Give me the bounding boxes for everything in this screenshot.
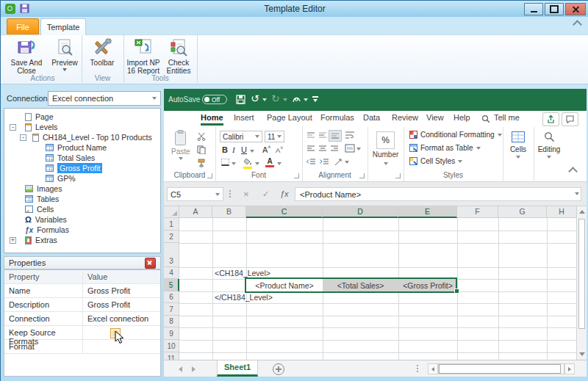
conditional-formatting-button[interactable]: Conditional Formatting (409, 131, 502, 139)
row-header-4[interactable]: 4 (164, 267, 179, 279)
tree-item-tables[interactable]: Tables (25, 194, 59, 204)
bold-button[interactable]: B (222, 145, 228, 154)
scroll-down-arrow[interactable] (577, 349, 587, 360)
tree-item-images[interactable]: Images (25, 184, 62, 194)
cell-d5-selected[interactable]: <Total Sales> (323, 279, 398, 291)
row-header-11[interactable]: 11 (164, 352, 179, 360)
vertical-scroll-thumb[interactable] (578, 219, 585, 329)
column-header-h[interactable]: H (547, 206, 576, 218)
column-header-g[interactable]: G (498, 206, 547, 218)
font-color-button[interactable]: A (265, 156, 274, 167)
tree-item-formulas[interactable]: ƒx Formulas (25, 225, 69, 235)
undo-icon[interactable]: ↺ (251, 92, 259, 104)
excel-collapse-ribbon-chevron[interactable] (568, 167, 578, 176)
fill-color-button[interactable] (243, 158, 253, 169)
insert-function-icon[interactable]: ƒx (280, 189, 289, 198)
autosave-toggle[interactable]: Off (202, 95, 227, 104)
font-dialog-launcher[interactable] (294, 173, 299, 178)
column-header-f[interactable]: F (457, 206, 498, 218)
hscroll-right-arrow[interactable] (564, 363, 575, 374)
cell-b6[interactable]: </CH184_Level> (212, 291, 248, 303)
ink-icon[interactable] (292, 95, 301, 106)
tab-template[interactable]: Template (40, 18, 86, 35)
save-and-close-button[interactable]: Save And Close (7, 37, 46, 75)
align-middle-icon[interactable] (318, 132, 327, 139)
select-all-corner[interactable] (164, 206, 179, 218)
undo-caret[interactable] (262, 98, 267, 101)
font-color-caret[interactable] (277, 162, 282, 165)
tree-expander-levels[interactable]: - (10, 124, 16, 131)
excel-tab-data[interactable]: Data (363, 113, 380, 122)
tree-expander-ch184[interactable]: - (20, 134, 26, 141)
italic-button[interactable]: I (232, 145, 235, 154)
wrap-text-icon[interactable] (345, 131, 355, 139)
excel-tab-insert[interactable]: Insert (234, 113, 254, 122)
borders-caret[interactable] (232, 162, 236, 165)
font-size-combo[interactable]: 11 (265, 131, 284, 142)
row-header-9[interactable]: 9 (164, 327, 179, 340)
number-format-caret[interactable] (384, 162, 388, 165)
formula-bar-grip[interactable] (229, 189, 231, 198)
share-button[interactable] (542, 112, 559, 126)
property-row-format[interactable]: Format (4, 340, 160, 354)
align-right-icon[interactable] (330, 145, 339, 152)
formula-input[interactable]: <Product Name> (295, 187, 581, 201)
close-button[interactable] (565, 3, 586, 15)
fill-caret[interactable] (255, 162, 259, 165)
percent-style-button[interactable]: % (376, 131, 395, 149)
align-top-icon[interactable] (306, 132, 315, 139)
align-left-icon[interactable] (306, 145, 315, 152)
excel-tab-home[interactable]: Home (201, 113, 223, 126)
comments-button[interactable] (562, 112, 578, 126)
cell-e5-selected[interactable]: <Gross Profit> (398, 279, 457, 291)
merge-caret[interactable] (356, 148, 361, 150)
decrease-font-button[interactable]: A˅ (276, 145, 283, 154)
enter-icon[interactable]: ✓ (262, 189, 269, 199)
excel-save-icon[interactable] (236, 95, 245, 106)
row-header-8[interactable]: 8 (164, 316, 179, 327)
expand-formula-bar-caret[interactable] (575, 192, 579, 195)
horizontal-scroll-thumb[interactable] (439, 364, 561, 374)
row-header-10[interactable]: 10 (164, 340, 179, 352)
redo-icon[interactable]: ↻ (271, 92, 280, 104)
increase-font-button[interactable]: A˄ (262, 145, 270, 154)
underline-button[interactable]: U (241, 145, 247, 154)
connection-dropdown[interactable]: Excel connection (48, 91, 161, 106)
align-bottom-button-selected[interactable] (329, 130, 342, 142)
editing-button[interactable]: Editing (534, 131, 564, 159)
merge-center-icon[interactable] (345, 144, 355, 153)
excel-tab-page-layout[interactable]: Page Layout (267, 113, 312, 122)
tabbar-resize-grip[interactable] (417, 364, 418, 373)
tab-file[interactable]: File (7, 18, 39, 35)
redo-caret[interactable] (283, 98, 287, 101)
alignment-dialog-launcher[interactable] (359, 173, 365, 178)
app-collapse-ribbon-chevron[interactable] (574, 21, 581, 28)
property-row-keep-source-formats[interactable]: Keep Source Formats (4, 326, 160, 340)
cell-styles-button[interactable]: Cell Styles (409, 157, 462, 165)
hscroll-left-arrow[interactable] (428, 363, 438, 374)
excel-tab-view[interactable]: View (426, 113, 444, 122)
property-row-description[interactable]: Description Gross Profit (4, 298, 160, 312)
tree-item-cells[interactable]: Cells (25, 204, 54, 214)
maximize-button[interactable] (545, 3, 564, 15)
properties-close-button[interactable] (145, 258, 156, 269)
vertical-scrollbar[interactable] (576, 206, 587, 360)
copy-button[interactable] (196, 145, 207, 155)
tree-expander-extras[interactable]: + (10, 237, 16, 244)
paste-button[interactable]: Paste (171, 130, 190, 160)
check-entities-button[interactable]: Check Entities (162, 37, 196, 75)
excel-tab-help[interactable]: Help (453, 113, 470, 122)
horizontal-scrollbar[interactable] (438, 363, 564, 374)
property-row-name[interactable]: Name Gross Profit (4, 284, 160, 298)
fill-handle[interactable] (454, 289, 459, 294)
row-header-1[interactable]: 1 (164, 218, 179, 231)
cell-b4[interactable]: <CH184_Level> (212, 267, 248, 279)
tree-item-product-name[interactable]: Product Name (46, 142, 107, 153)
tree-item-extras[interactable]: Extras (25, 235, 57, 245)
tree-item-levels[interactable]: Levels (25, 122, 57, 132)
tree-item-total-sales[interactable]: Total Sales (46, 153, 95, 163)
row-header-2[interactable]: 2 (164, 231, 179, 243)
row-header-7[interactable]: 7 (164, 303, 179, 316)
import-np16-report-button[interactable]: Import NP 16 Report (125, 37, 162, 75)
column-header-b[interactable]: B (212, 206, 246, 218)
